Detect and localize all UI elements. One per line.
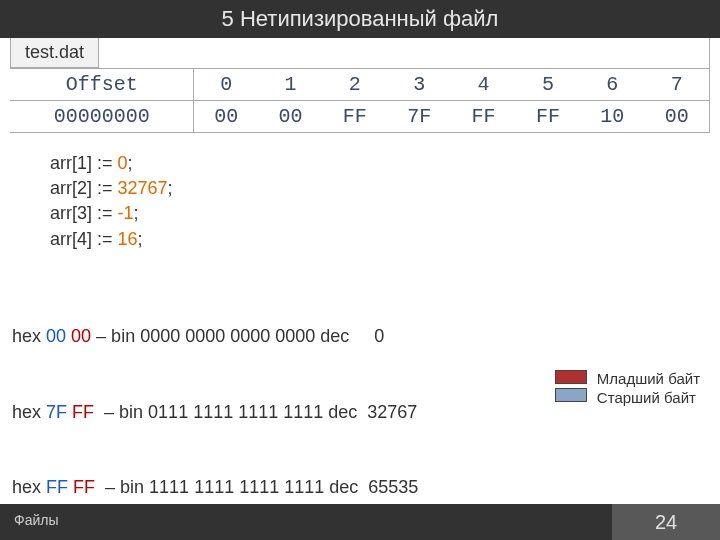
hex-line-1: hex 00 00 – bin 0000 0000 0000 0000 dec … [12,324,720,349]
legend-low-label: Младший байт [597,370,700,389]
hex-data-row: 00000000 00 00 FF 7F FF FF 10 00 [10,101,709,133]
code-line-3: arr[3] := -1; [50,201,720,226]
byte-0: 00 [194,101,258,133]
slide-title: 5 Нетипизированный файл [0,0,720,38]
col-7: 7 [645,69,709,101]
byte-7: 00 [645,101,709,133]
byte-6: 10 [580,101,644,133]
col-6: 6 [580,69,644,101]
hex-header-row: Offset 0 1 2 3 4 5 6 7 [10,69,709,101]
byte-5: FF [516,101,580,133]
hex-viewer: test.dat Offset 0 1 2 3 4 5 6 7 00000000… [10,38,710,133]
col-4: 4 [451,69,515,101]
hex-table: Offset 0 1 2 3 4 5 6 7 00000000 00 00 FF… [10,68,709,133]
code-line-2: arr[2] := 32767; [50,176,720,201]
page-number: 24 [612,504,720,540]
code-block: arr[1] := 0; arr[2] := 32767; arr[3] := … [50,151,720,252]
legend-swatch-low [555,370,587,384]
hex-line-3: hex FF FF – bin 1111 1111 1111 1111 dec … [12,475,720,500]
byte-1: 00 [258,101,322,133]
col-0: 0 [194,69,258,101]
footer: Файлы 24 [0,504,720,540]
col-1: 1 [258,69,322,101]
offset-header: Offset [10,69,194,101]
byte-2: FF [323,101,387,133]
row-offset: 00000000 [10,101,194,133]
legend-high-label: Старший байт [597,389,700,408]
byte-3: 7F [387,101,451,133]
col-5: 5 [516,69,580,101]
byte-4: FF [451,101,515,133]
file-tab: test.dat [10,38,99,68]
legend-swatch-high [555,388,587,402]
code-line-4: arr[4] := 16; [50,227,720,252]
footer-title: Файлы [0,504,612,540]
col-2: 2 [323,69,387,101]
byte-legend: Младший байт Старший байт [555,370,700,408]
col-3: 3 [387,69,451,101]
code-line-1: arr[1] := 0; [50,151,720,176]
